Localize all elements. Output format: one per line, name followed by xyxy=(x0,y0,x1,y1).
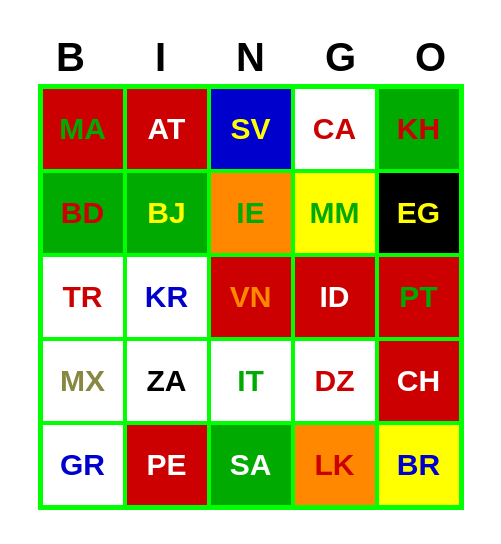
cell-r4-c3: LK xyxy=(293,423,377,507)
cell-r3-c1: ZA xyxy=(125,339,209,423)
bingo-header: BINGO xyxy=(26,35,476,80)
cell-r2-c1: KR xyxy=(125,255,209,339)
cell-r0-c4: KH xyxy=(377,87,461,171)
cell-r0-c0: MA xyxy=(41,87,125,171)
cell-r2-c2: VN xyxy=(209,255,293,339)
cell-r4-c0: GR xyxy=(41,423,125,507)
cell-r3-c2: IT xyxy=(209,339,293,423)
bingo-grid: MAATSVCAKHBDBJIEMMEGTRKRVNIDPTMXZAITDZCH… xyxy=(38,84,464,510)
cell-r3-c0: MX xyxy=(41,339,125,423)
header-letter-o: O xyxy=(391,35,471,80)
header-letter-b: B xyxy=(31,35,111,80)
cell-r2-c0: TR xyxy=(41,255,125,339)
cell-r1-c2: IE xyxy=(209,171,293,255)
cell-r2-c4: PT xyxy=(377,255,461,339)
cell-r4-c1: PE xyxy=(125,423,209,507)
cell-r1-c3: MM xyxy=(293,171,377,255)
cell-r0-c1: AT xyxy=(125,87,209,171)
cell-r0-c3: CA xyxy=(293,87,377,171)
cell-r1-c0: BD xyxy=(41,171,125,255)
cell-r2-c3: ID xyxy=(293,255,377,339)
cell-r3-c3: DZ xyxy=(293,339,377,423)
header-letter-g: G xyxy=(301,35,381,80)
cell-r1-c4: EG xyxy=(377,171,461,255)
cell-r3-c4: CH xyxy=(377,339,461,423)
bingo-card: BINGO MAATSVCAKHBDBJIEMMEGTRKRVNIDPTMXZA… xyxy=(26,35,476,510)
cell-r4-c2: SA xyxy=(209,423,293,507)
cell-r1-c1: BJ xyxy=(125,171,209,255)
cell-r0-c2: SV xyxy=(209,87,293,171)
header-letter-i: I xyxy=(121,35,201,80)
cell-r4-c4: BR xyxy=(377,423,461,507)
header-letter-n: N xyxy=(211,35,291,80)
